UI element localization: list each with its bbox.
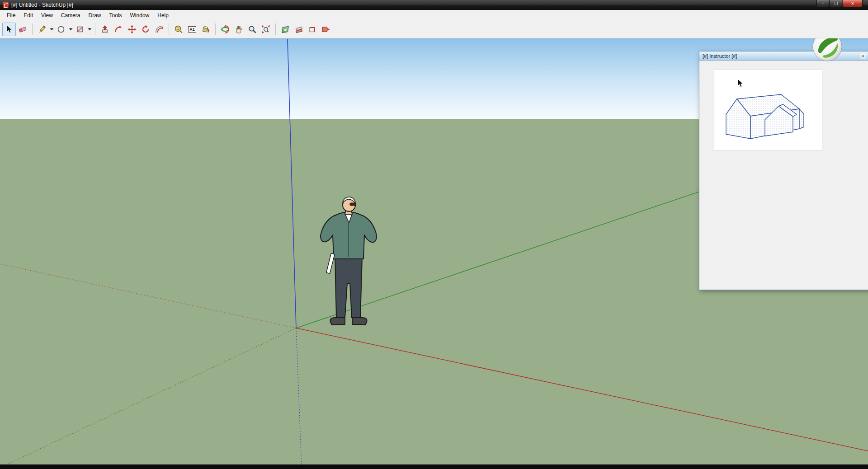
tape-measure-tool-button[interactable] (172, 23, 185, 36)
follow-me-icon (114, 25, 123, 34)
zoom-tool-button[interactable] (245, 23, 259, 36)
push-pull-tool-button[interactable] (98, 23, 112, 36)
display-sections-tool-button[interactable] (292, 23, 306, 36)
instructor-image-card (714, 70, 822, 150)
toolbar-separator (169, 23, 169, 35)
offset-icon (155, 25, 164, 34)
close-button[interactable]: ✕ (843, 0, 863, 7)
maximize-button[interactable]: ❐ (830, 0, 842, 7)
toolbar-separator (95, 23, 95, 35)
titlebar[interactable]: [#] Untitled - SketchUp [#] (0, 0, 868, 10)
rectangle-icon (75, 25, 85, 34)
line-tool-dropdown[interactable] (49, 23, 54, 36)
circle-tool-dropdown[interactable] (68, 23, 73, 36)
orbit-tool-button[interactable] (218, 23, 232, 36)
move-cross-icon (127, 25, 137, 34)
eraser-icon (18, 25, 27, 34)
red-box-arrow-icon (321, 25, 330, 34)
taskbar-strip (0, 464, 868, 469)
text-tool-button[interactable]: A1 (185, 23, 199, 36)
display-section-cuts-tool-button[interactable] (306, 23, 319, 36)
chevron-down-icon (69, 28, 73, 31)
menu-camera[interactable]: Camera (57, 10, 85, 20)
text-a1-icon: A1 (188, 26, 196, 33)
eraser-tool-button[interactable] (16, 23, 29, 36)
zoom-extents-tool-button[interactable] (259, 23, 273, 36)
pan-tool-button[interactable] (232, 23, 245, 36)
paint-bucket-icon (201, 25, 210, 34)
orbit-icon (221, 25, 230, 34)
rectangle-tool-button[interactable] (73, 23, 87, 36)
menu-edit[interactable]: Edit (19, 10, 37, 20)
rectangle-tool-dropdown[interactable] (87, 23, 92, 36)
menu-help[interactable]: Help (153, 10, 173, 20)
instructor-title: [#] Instructor [#] (703, 53, 737, 59)
stacked-planes-icon (294, 25, 303, 34)
menu-file[interactable]: File (3, 10, 19, 20)
cut-box-icon (308, 25, 317, 34)
sketchup-app-icon[interactable] (3, 2, 9, 8)
toolbar-separator (275, 23, 276, 35)
toolbar-separator (215, 23, 216, 35)
menu-window[interactable]: Window (126, 10, 154, 20)
section-plane-tool-button[interactable] (278, 23, 292, 36)
hand-icon (234, 25, 243, 34)
move-tool-button[interactable] (125, 23, 139, 36)
menu-draw[interactable]: Draw (85, 10, 105, 20)
sketchup-window: [#] Untitled - SketchUp [#] – ❐ ✕ File E… (0, 0, 868, 469)
follow-me-tool-button[interactable] (112, 23, 125, 36)
toolbar: A1 (0, 21, 868, 38)
menubar: File Edit View Camera Draw Tools Window … (0, 10, 868, 21)
offset-tool-button[interactable] (152, 23, 166, 36)
instructor-cursor-icon (738, 79, 743, 87)
house-wireframe-image (714, 70, 822, 150)
tape-measure-icon (174, 25, 183, 34)
menu-tools[interactable]: Tools (105, 10, 126, 20)
rotate-icon (141, 25, 150, 34)
instructor-window: [#] Instructor [#] ✕ (699, 51, 868, 290)
minimize-button[interactable]: – (816, 0, 829, 7)
pushpull-icon (100, 25, 109, 34)
magnifier-arrows-icon (261, 25, 270, 34)
chevron-down-icon (88, 28, 92, 31)
cursor-arrow-icon (5, 25, 14, 34)
circle-icon (57, 25, 66, 34)
pencil-icon (38, 25, 47, 34)
menu-view[interactable]: View (37, 10, 57, 20)
export-tool-button[interactable] (319, 23, 333, 36)
chevron-down-icon (50, 28, 54, 31)
rotate-tool-button[interactable] (139, 23, 152, 36)
green-plane-icon (281, 25, 290, 34)
window-title: [#] Untitled - SketchUp [#] (11, 2, 73, 8)
line-tool-button[interactable] (35, 23, 49, 36)
paint-bucket-tool-button[interactable] (199, 23, 212, 36)
toolbar-separator (32, 23, 33, 35)
magnifier-icon (248, 25, 257, 34)
instructor-close-button[interactable]: ✕ (860, 53, 866, 59)
select-tool-button[interactable] (2, 23, 16, 36)
circle-tool-button[interactable] (54, 23, 68, 36)
window-controls: – ❐ ✕ (816, 0, 863, 7)
